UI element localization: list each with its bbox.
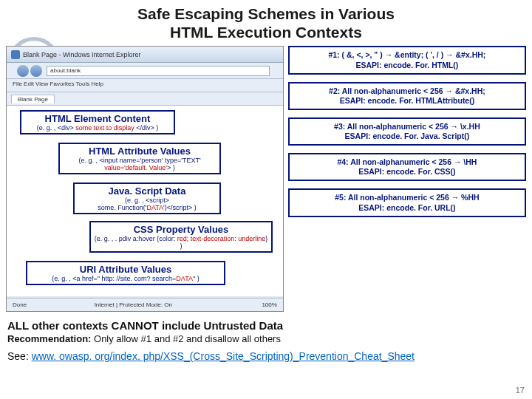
browser-viewport: HTML Element Content (e. g. , <div> some… — [7, 106, 283, 296]
address-input: about:blank — [47, 66, 270, 76]
context-html-attribute: HTML Attribute Values (e. g. , <input na… — [58, 143, 221, 174]
browser-mock: Blank Page - Windows Internet Explorer a… — [6, 46, 284, 312]
status-bar: Done Internet | Protected Mode: On 100% — [7, 298, 283, 311]
footer-line-1: ALL other contexts CANNOT include Untrus… — [7, 319, 525, 332]
footer-line-2: Recommendation: Only allow #1 and #2 and… — [7, 333, 525, 344]
context-javascript: Java. Script Data (e. g. , <script>some.… — [73, 183, 221, 214]
rule-2: #2: All non-alphanumeric < 256 → &#x.HH;… — [288, 82, 526, 110]
rule-3: #3: All non-alphanumeric < 256 → \x.HH E… — [288, 117, 526, 146]
menu-bar: File Edit View Favorites Tools Help — [7, 79, 283, 92]
rule-4: #4: All non-alphanumeric < 256 → \HH ESA… — [288, 153, 526, 181]
rule-1: #1: ( &, <, >, " ) → &entity; ( ', / ) →… — [288, 46, 526, 74]
context-uri: URI Attribute Values (e. g. , <a href=" … — [26, 261, 225, 285]
context-css: CSS Property Values (e. g. , . pdiv a:ho… — [89, 221, 273, 253]
owasp-link[interactable]: www. owasp. org/index. php/XSS_(Cross_Si… — [32, 350, 415, 362]
tab-bar: Blank Page — [7, 92, 283, 106]
forward-icon — [30, 65, 42, 77]
back-icon — [17, 65, 29, 77]
footer-line-3: See: www. owasp. org/index. php/XSS_(Cro… — [7, 350, 525, 362]
page-number: 17 — [516, 386, 525, 395]
slide-title: Safe Escaping Schemes in VariousHTML Exe… — [0, 0, 532, 44]
rule-5: #5: All non-alphanumeric < 256 → %HH ESA… — [288, 188, 526, 216]
address-bar-row: about:blank — [7, 63, 283, 79]
browser-tab: Blank Page — [11, 95, 55, 103]
window-titlebar: Blank Page - Windows Internet Explorer — [7, 47, 283, 63]
ie-icon — [11, 50, 20, 59]
context-html-element: HTML Element Content (e. g. , <div> some… — [20, 110, 175, 134]
